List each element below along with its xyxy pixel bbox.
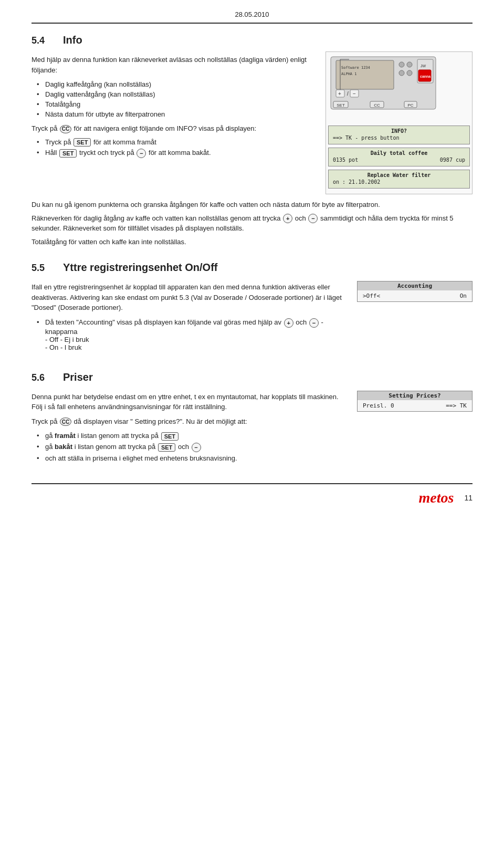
section-54-para1: Du kan nu gå igenom punkterna och gransk… bbox=[32, 200, 472, 210]
list-item: Tryck på SET för att komma framåt bbox=[37, 137, 315, 148]
minus-key: − bbox=[136, 149, 146, 158]
prices-display: Setting Prices? Preisl. 0 ==> TK bbox=[357, 391, 472, 412]
section-56-header: 5.6 Priser bbox=[32, 371, 472, 383]
minus-key-55: − bbox=[309, 318, 319, 328]
display-pots: 0135 pot bbox=[333, 157, 358, 163]
page-date: 28.05.2010 bbox=[32, 11, 472, 24]
list-item: Nästa datum för utbyte av filterpatronen bbox=[37, 109, 315, 119]
section-56-text: Denna punkt har betydelse endast om en y… bbox=[32, 389, 346, 467]
minus-key-56: − bbox=[192, 443, 201, 452]
list-item: gå bakåt i listan genom att trycka på SE… bbox=[37, 442, 346, 453]
section-56-title: Priser bbox=[63, 371, 93, 383]
svg-text:/: / bbox=[347, 91, 349, 97]
svg-text:Software 1234: Software 1234 bbox=[341, 66, 370, 70]
section-55-text: Ifall en yttre registreringsenhet är kop… bbox=[32, 279, 346, 357]
cc-button-56: CC bbox=[60, 417, 71, 426]
prices-col2: ==> TK bbox=[446, 402, 467, 409]
bakaat-bold: bakåt bbox=[55, 443, 72, 451]
section-54-title: Info bbox=[63, 34, 82, 46]
accounting-header: Accounting bbox=[358, 281, 472, 290]
set-key-56-2: SET bbox=[158, 443, 175, 452]
svg-text:ALPHA 1: ALPHA 1 bbox=[341, 72, 357, 76]
prices-col1: Preisl. 0 bbox=[363, 402, 394, 409]
section-54-header: 5.4 Info bbox=[32, 34, 472, 46]
section-56-number: 5.6 bbox=[32, 372, 63, 383]
svg-text:canna: canna bbox=[420, 75, 430, 78]
water-filter-display: Replace Water filter on : 21.10.2002 bbox=[328, 170, 470, 189]
accounting-col1: >Off< bbox=[363, 293, 380, 299]
list-item: Daglig kaffeåtgång (kan nollställas) bbox=[37, 79, 315, 89]
page-container: 28.05.2010 5.4 Info Med hjälp av denna f… bbox=[0, 0, 504, 527]
svg-point-7 bbox=[407, 70, 412, 76]
plus-key: + bbox=[283, 214, 292, 223]
display-title-2: Daily total coffee bbox=[333, 150, 465, 156]
section-54-bullets: Daglig kaffeåtgång (kan nollställas) Dag… bbox=[32, 79, 315, 119]
display-cups: 0987 cup bbox=[440, 157, 465, 163]
display-title-3: Replace Water filter bbox=[333, 172, 465, 178]
svg-text:JW: JW bbox=[421, 64, 426, 68]
section-56-cc-line: Tryck på CC då displayen visar " Setting… bbox=[32, 416, 346, 427]
accounting-display: Accounting >Off< On bbox=[357, 281, 472, 302]
svg-text:PC: PC bbox=[407, 103, 413, 108]
cc-button-icon: CC bbox=[60, 125, 71, 133]
cc-instruction-text: Tryck på CC för att navigera enligt följ… bbox=[32, 123, 315, 134]
section-54-sub-bullets: Tryck på SET för att komma framåt Håll S… bbox=[32, 137, 315, 160]
display-title-1: INFO? bbox=[333, 128, 465, 134]
display-line-1: ==> TK - press button bbox=[333, 135, 465, 141]
svg-point-6 bbox=[399, 70, 404, 76]
section-54-para3: Totalåtgång för vatten och kaffe kan int… bbox=[32, 237, 472, 247]
list-item: Då texten "Accounting" visas på displaye… bbox=[37, 317, 346, 352]
section-55-title: Yttre registreringsenhet On/Off bbox=[63, 262, 218, 274]
metos-logo: metos bbox=[419, 489, 454, 506]
section-54-text: Med hjälp av denna funktion kan räknever… bbox=[32, 51, 315, 194]
section-54-intro: Med hjälp av denna funktion kan räknever… bbox=[32, 55, 315, 75]
list-item: Totalåtgång bbox=[37, 99, 315, 109]
section-54-body: Med hjälp av denna funktion kan räknever… bbox=[32, 51, 472, 194]
section-55-body: Ifall en yttre registreringsenhet är kop… bbox=[32, 279, 472, 357]
svg-point-5 bbox=[407, 62, 412, 67]
section-56-para1: Denna punkt har betydelse endast om en y… bbox=[32, 392, 346, 412]
section-55-para1: Ifall en yttre registreringsenhet är kop… bbox=[32, 282, 346, 313]
prices-body: Preisl. 0 ==> TK bbox=[358, 400, 472, 411]
daily-coffee-display: Daily total coffee 0135 pot 0987 cup bbox=[328, 148, 470, 166]
section-56-image: Setting Prices? Preisl. 0 ==> TK bbox=[357, 389, 472, 467]
list-item: och att ställa in priserna i elighet med… bbox=[37, 453, 346, 463]
plus-key-55: + bbox=[284, 318, 293, 328]
svg-text:CC: CC bbox=[374, 103, 380, 108]
set-key: SET bbox=[74, 138, 91, 147]
svg-point-4 bbox=[399, 62, 404, 67]
set-key-2: SET bbox=[59, 149, 77, 158]
list-item: gå framåt i listan genom att trycka på S… bbox=[37, 431, 346, 442]
list-item: Daglig vattenåtgång (kan nollställas) bbox=[37, 89, 315, 99]
svg-text:−: − bbox=[353, 91, 356, 97]
section-55-image: Accounting >Off< On bbox=[357, 279, 472, 357]
section-56-bullets: gå framåt i listan genom att trycka på S… bbox=[32, 431, 346, 463]
accounting-body: >Off< On bbox=[358, 290, 472, 301]
section-54-para2: Räkneverken för daglig åtgång av kaffe o… bbox=[32, 213, 472, 234]
section-56-body: Denna punkt har betydelse endast om en y… bbox=[32, 389, 472, 467]
device-diagram: Software 1234 ALPHA 1 JW canna + bbox=[328, 54, 465, 122]
device-box: Software 1234 ALPHA 1 JW canna + bbox=[326, 51, 472, 194]
svg-text:+: + bbox=[338, 91, 341, 97]
section-55-header: 5.5 Yttre registreringsenhet On/Off bbox=[32, 262, 472, 274]
page-footer: metos 11 bbox=[32, 483, 472, 506]
set-key-56-1: SET bbox=[161, 432, 178, 441]
minus-key-2: − bbox=[308, 214, 318, 223]
framaat-bold: framåt bbox=[55, 432, 76, 440]
svg-text:SET: SET bbox=[337, 103, 345, 108]
prices-header: Setting Prices? bbox=[358, 391, 472, 400]
accounting-col2: On bbox=[460, 293, 467, 299]
section-54-number: 5.4 bbox=[32, 35, 63, 46]
display-filter-date: on : 21.10.2002 bbox=[333, 179, 465, 185]
section-54-image: Software 1234 ALPHA 1 JW canna + bbox=[326, 51, 472, 194]
section-55-number: 5.5 bbox=[32, 263, 63, 274]
list-item: Håll SET tryckt och tryck på − för att k… bbox=[37, 148, 315, 159]
info-display: INFO? ==> TK - press button bbox=[328, 126, 470, 144]
section-55-bullets: Då texten "Accounting" visas på displaye… bbox=[32, 317, 346, 352]
page-number: 11 bbox=[464, 494, 472, 502]
